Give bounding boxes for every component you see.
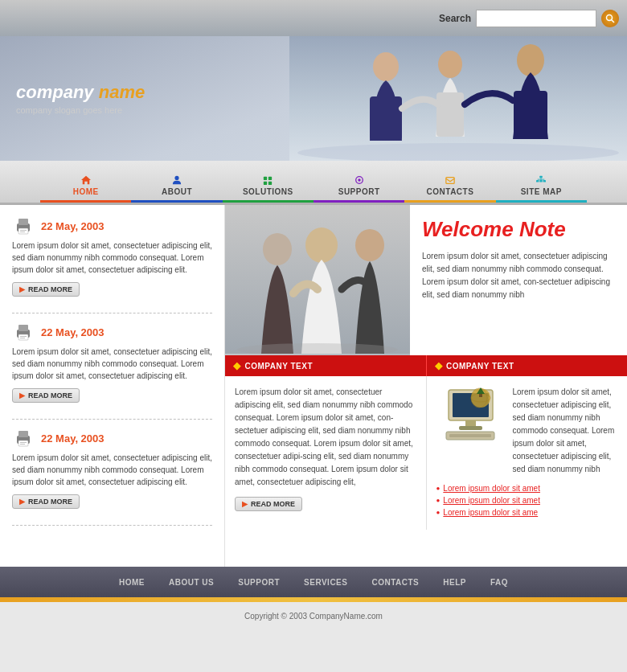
footer-nav-services[interactable]: SERVICES	[304, 578, 347, 587]
footer-nav-contacts[interactable]: CONTACTS	[371, 578, 419, 587]
news-date-row-2: 22 May, 2003	[12, 323, 212, 341]
header: Search	[0, 0, 627, 36]
lower-read-more-button[interactable]: ▶ READ MORE	[235, 497, 302, 511]
search-label: Search	[439, 13, 471, 24]
link-bullet-2: ●	[436, 497, 441, 504]
nav-inner: HOME ABOUT SOLUTIONS SUPPORT	[40, 174, 587, 203]
svg-rect-28	[20, 232, 25, 232]
divider-3	[12, 525, 212, 526]
nav-label-solutions: SOLUTIONS	[243, 187, 293, 196]
hero-text-area: company name company slogan goes here	[0, 82, 145, 115]
read-more-label-2: READ MORE	[28, 391, 72, 400]
welcome-text-box: Welcome Note Lorem ipsum dolor sit amet,…	[410, 205, 627, 355]
svg-line-1	[612, 19, 615, 23]
svg-rect-53	[459, 426, 482, 430]
main-navigation: HOME ABOUT SOLUTIONS SUPPORT	[0, 161, 627, 205]
nav-label-about: ABOUT	[162, 187, 192, 196]
support-icon	[352, 174, 367, 186]
nav-label-home: HOME	[73, 187, 99, 196]
svg-rect-19	[536, 180, 539, 182]
nav-label-contacts: CONTACTS	[427, 187, 474, 196]
lower-link-3[interactable]: Lorem ipsum dolor sit ame	[443, 508, 538, 517]
company-slogan: company slogan goes here	[16, 105, 145, 115]
svg-rect-36	[18, 440, 28, 446]
search-area: Search	[439, 10, 619, 27]
svg-point-0	[607, 14, 613, 20]
news-item-3: 22 May, 2003 Lorem ipsum dolor sit amet,…	[12, 429, 212, 509]
sitemap-icon	[534, 174, 548, 186]
nav-item-support[interactable]: SUPPORT	[314, 174, 404, 203]
red-bar: ◆ COMPANY TEXT ◆ COMPANY TEXT	[225, 355, 627, 376]
red-bar-left: ◆ COMPANY TEXT	[225, 355, 426, 376]
search-icon	[605, 14, 615, 23]
red-bar-bullet-left: ◆	[233, 360, 241, 371]
red-bar-right: ◆ COMPANY TEXT	[427, 355, 628, 376]
lower-left-text: Lorem ipsum dolor sit amet, consectetuer…	[235, 386, 416, 489]
home-icon	[79, 174, 93, 186]
read-more-button-2[interactable]: ▶ READ MORE	[12, 388, 80, 403]
red-bar-left-label: COMPANY TEXT	[245, 362, 314, 371]
lower-read-more-label: READ MORE	[251, 500, 295, 508]
contacts-icon	[443, 174, 457, 186]
nav-item-solutions[interactable]: SOLUTIONS	[223, 174, 314, 203]
svg-point-40	[263, 233, 292, 265]
footer-nav-support[interactable]: SUPPORT	[238, 578, 280, 587]
divider-2	[12, 419, 212, 420]
company-name-heading: company name	[16, 82, 145, 103]
svg-point-42	[355, 229, 384, 261]
divider-1	[12, 313, 212, 313]
welcome-image-svg	[225, 205, 410, 354]
copyright-section: Copyright © 2003 CompanyName.com	[0, 602, 627, 630]
solutions-icon	[260, 174, 275, 186]
svg-rect-21	[543, 180, 546, 182]
content-area: 22 May, 2003 Lorem ipsum dolor sit amet,…	[0, 205, 627, 567]
lower-link-1[interactable]: Lorem ipsum dolor sit amet	[443, 484, 540, 493]
svg-point-41	[305, 227, 338, 263]
svg-rect-37	[20, 442, 27, 443]
printer-icon-3	[12, 429, 35, 447]
red-bar-bullet-right: ◆	[435, 360, 443, 371]
welcome-title: Welcome Note	[422, 217, 615, 242]
svg-rect-30	[18, 325, 28, 331]
welcome-section: Welcome Note Lorem ipsum dolor sit amet,…	[225, 205, 627, 355]
read-more-button-3[interactable]: ▶ READ MORE	[12, 494, 80, 509]
nav-item-about[interactable]: ABOUT	[131, 174, 222, 203]
computer-graphic	[436, 386, 505, 442]
news-text-3: Lorem ipsum dolor sit amet, consectetuer…	[12, 452, 212, 488]
svg-rect-11	[264, 177, 267, 180]
lower-links: ● Lorem ipsum dolor sit amet ● Lorem ips…	[436, 484, 618, 517]
hero-content: company name company slogan goes here	[0, 36, 627, 161]
svg-rect-52	[465, 420, 476, 426]
svg-rect-18	[540, 176, 543, 178]
svg-rect-55	[449, 434, 491, 437]
nav-item-contacts[interactable]: CONTACTS	[404, 174, 495, 203]
printer-icon-2	[12, 323, 35, 341]
svg-rect-25	[18, 219, 28, 225]
lower-right-text: Lorem ipsum dolor sit amet, consectetuer…	[513, 386, 618, 476]
computer-icon-svg	[436, 386, 505, 442]
footer-nav-home[interactable]: HOME	[119, 578, 145, 587]
svg-rect-35	[18, 431, 28, 437]
svg-rect-17	[446, 178, 454, 184]
svg-rect-27	[20, 230, 27, 231]
read-more-label-3: READ MORE	[28, 498, 72, 506]
footer-nav-about-us[interactable]: ABOUT US	[169, 578, 214, 587]
search-button[interactable]	[601, 10, 619, 27]
svg-rect-33	[20, 338, 25, 338]
footer-nav-faq[interactable]: FAQ	[490, 578, 508, 587]
nav-item-sitemap[interactable]: SITE MAP	[496, 174, 587, 203]
lower-link-2[interactable]: Lorem ipsum dolor sit amet	[443, 496, 540, 505]
footer-navigation: HOME ABOUT US SUPPORT SERVICES CONTACTS …	[0, 567, 627, 597]
footer-nav-help[interactable]: HELP	[443, 578, 466, 587]
read-more-button-1[interactable]: ▶ READ MORE	[12, 282, 80, 297]
link-bullet-3: ●	[436, 509, 441, 516]
company-name-part2: name	[99, 82, 145, 102]
search-input[interactable]	[476, 10, 596, 27]
svg-rect-32	[20, 336, 27, 337]
nav-item-home[interactable]: HOME	[40, 174, 131, 203]
copyright-text: Copyright © 2003 CompanyName.com	[244, 612, 383, 621]
svg-point-16	[358, 178, 360, 181]
about-icon	[170, 174, 184, 186]
news-text-1: Lorem ipsum dolor sit amet, consectetuer…	[12, 240, 212, 276]
lower-link-item-3: ● Lorem ipsum dolor sit ame	[436, 508, 618, 517]
